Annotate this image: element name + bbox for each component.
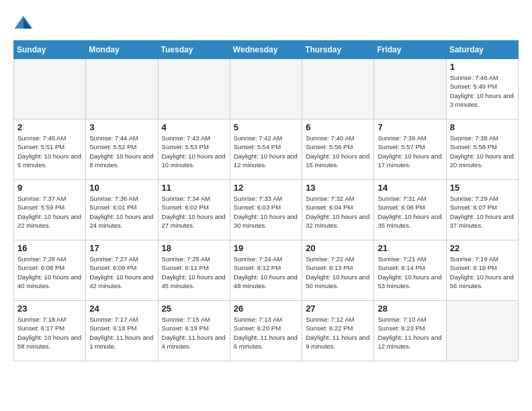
- calendar-cell: 5Sunrise: 7:42 AM Sunset: 5:54 PM Daylig…: [230, 120, 302, 180]
- calendar-cell: 28Sunrise: 7:10 AM Sunset: 6:23 PM Dayli…: [374, 301, 446, 361]
- day-info: Sunrise: 7:27 AM Sunset: 6:09 PM Dayligh…: [89, 255, 154, 290]
- day-number: 2: [17, 122, 82, 132]
- day-number: 17: [89, 243, 154, 253]
- calendar-cell: 13Sunrise: 7:32 AM Sunset: 6:04 PM Dayli…: [302, 180, 374, 240]
- calendar-table: SundayMondayTuesdayWednesdayThursdayFrid…: [13, 40, 519, 361]
- calendar-cell: 2Sunrise: 7:45 AM Sunset: 5:51 PM Daylig…: [14, 120, 86, 180]
- calendar-cell: [374, 59, 446, 120]
- calendar-cell: 25Sunrise: 7:15 AM Sunset: 6:19 PM Dayli…: [158, 301, 230, 361]
- day-info: Sunrise: 7:31 AM Sunset: 6:06 PM Dayligh…: [378, 194, 442, 230]
- day-info: Sunrise: 7:12 AM Sunset: 6:22 PM Dayligh…: [306, 315, 370, 351]
- day-info: Sunrise: 7:29 AM Sunset: 6:07 PM Dayligh…: [450, 194, 515, 230]
- day-number: 8: [450, 122, 515, 132]
- day-number: 20: [306, 243, 370, 253]
- day-number: 23: [17, 304, 82, 314]
- calendar-cell: [158, 59, 230, 120]
- day-info: Sunrise: 7:39 AM Sunset: 5:57 PM Dayligh…: [378, 134, 442, 169]
- calendar-cell: 23Sunrise: 7:18 AM Sunset: 6:17 PM Dayli…: [14, 301, 86, 361]
- day-info: Sunrise: 7:21 AM Sunset: 6:14 PM Dayligh…: [378, 255, 442, 290]
- calendar-cell: [14, 59, 86, 120]
- day-number: 3: [89, 122, 154, 132]
- calendar-cell: 3Sunrise: 7:44 AM Sunset: 5:52 PM Daylig…: [86, 120, 158, 180]
- day-info: Sunrise: 7:46 AM Sunset: 5:49 PM Dayligh…: [450, 73, 515, 109]
- calendar-cell: 21Sunrise: 7:21 AM Sunset: 6:14 PM Dayli…: [374, 240, 446, 301]
- day-info: Sunrise: 7:43 AM Sunset: 5:53 PM Dayligh…: [162, 134, 226, 169]
- header-row: SundayMondayTuesdayWednesdayThursdayFrid…: [14, 41, 519, 59]
- day-info: Sunrise: 7:17 AM Sunset: 6:18 PM Dayligh…: [89, 315, 154, 351]
- weekday-header: Thursday: [302, 41, 374, 59]
- day-info: Sunrise: 7:25 AM Sunset: 6:11 PM Dayligh…: [162, 255, 226, 290]
- calendar-week-row: 16Sunrise: 7:28 AM Sunset: 6:08 PM Dayli…: [14, 240, 519, 301]
- day-info: Sunrise: 7:19 AM Sunset: 6:16 PM Dayligh…: [450, 255, 515, 290]
- day-number: 1: [450, 62, 515, 72]
- calendar-cell: 10Sunrise: 7:36 AM Sunset: 6:01 PM Dayli…: [86, 180, 158, 240]
- day-info: Sunrise: 7:38 AM Sunset: 5:58 PM Dayligh…: [450, 134, 515, 169]
- calendar-cell: 9Sunrise: 7:37 AM Sunset: 5:59 PM Daylig…: [14, 180, 86, 240]
- day-number: 27: [306, 304, 370, 314]
- calendar-cell: 27Sunrise: 7:12 AM Sunset: 6:22 PM Dayli…: [302, 301, 374, 361]
- calendar-cell: [446, 301, 518, 361]
- calendar-week-row: 9Sunrise: 7:37 AM Sunset: 5:59 PM Daylig…: [14, 180, 519, 240]
- calendar-cell: 7Sunrise: 7:39 AM Sunset: 5:57 PM Daylig…: [374, 120, 446, 180]
- calendar-body: 1Sunrise: 7:46 AM Sunset: 5:49 PM Daylig…: [14, 59, 519, 361]
- day-number: 6: [306, 122, 370, 132]
- day-number: 5: [234, 122, 298, 132]
- day-info: Sunrise: 7:10 AM Sunset: 6:23 PM Dayligh…: [378, 315, 442, 351]
- day-info: Sunrise: 7:37 AM Sunset: 5:59 PM Dayligh…: [17, 194, 82, 230]
- calendar-cell: 22Sunrise: 7:19 AM Sunset: 6:16 PM Dayli…: [446, 240, 518, 301]
- day-number: 25: [162, 304, 226, 314]
- weekday-header: Monday: [86, 41, 158, 59]
- day-number: 22: [450, 243, 515, 253]
- day-info: Sunrise: 7:28 AM Sunset: 6:08 PM Dayligh…: [17, 255, 82, 290]
- day-info: Sunrise: 7:15 AM Sunset: 6:19 PM Dayligh…: [162, 315, 226, 351]
- calendar-cell: 14Sunrise: 7:31 AM Sunset: 6:06 PM Dayli…: [374, 180, 446, 240]
- day-number: 9: [17, 183, 82, 193]
- day-info: Sunrise: 7:36 AM Sunset: 6:01 PM Dayligh…: [89, 194, 154, 230]
- day-info: Sunrise: 7:42 AM Sunset: 5:54 PM Dayligh…: [234, 134, 298, 169]
- calendar-cell: 4Sunrise: 7:43 AM Sunset: 5:53 PM Daylig…: [158, 120, 230, 180]
- day-info: Sunrise: 7:22 AM Sunset: 6:13 PM Dayligh…: [306, 255, 370, 290]
- calendar-cell: 16Sunrise: 7:28 AM Sunset: 6:08 PM Dayli…: [14, 240, 86, 301]
- day-info: Sunrise: 7:40 AM Sunset: 5:56 PM Dayligh…: [306, 134, 370, 169]
- calendar-cell: 15Sunrise: 7:29 AM Sunset: 6:07 PM Dayli…: [446, 180, 518, 240]
- day-number: 19: [234, 243, 298, 253]
- day-number: 18: [162, 243, 226, 253]
- day-info: Sunrise: 7:45 AM Sunset: 5:51 PM Dayligh…: [17, 134, 82, 169]
- calendar-cell: 18Sunrise: 7:25 AM Sunset: 6:11 PM Dayli…: [158, 240, 230, 301]
- calendar-cell: [230, 59, 302, 120]
- day-info: Sunrise: 7:33 AM Sunset: 6:03 PM Dayligh…: [234, 194, 298, 230]
- day-info: Sunrise: 7:44 AM Sunset: 5:52 PM Dayligh…: [89, 134, 154, 169]
- day-number: 12: [234, 183, 298, 193]
- calendar-cell: 6Sunrise: 7:40 AM Sunset: 5:56 PM Daylig…: [302, 120, 374, 180]
- calendar-week-row: 1Sunrise: 7:46 AM Sunset: 5:49 PM Daylig…: [14, 59, 519, 120]
- day-info: Sunrise: 7:18 AM Sunset: 6:17 PM Dayligh…: [17, 315, 82, 351]
- weekday-header: Tuesday: [158, 41, 230, 59]
- day-number: 24: [89, 304, 154, 314]
- day-number: 26: [234, 304, 298, 314]
- calendar-cell: 8Sunrise: 7:38 AM Sunset: 5:58 PM Daylig…: [446, 120, 518, 180]
- day-number: 4: [162, 122, 226, 132]
- calendar-cell: 11Sunrise: 7:34 AM Sunset: 6:02 PM Dayli…: [158, 180, 230, 240]
- day-number: 15: [450, 183, 515, 193]
- weekday-header: Friday: [374, 41, 446, 59]
- logo-icon: [13, 13, 34, 34]
- calendar-cell: [86, 59, 158, 120]
- weekday-header: Saturday: [446, 41, 518, 59]
- svg-marker-1: [24, 19, 31, 29]
- calendar-cell: 1Sunrise: 7:46 AM Sunset: 5:49 PM Daylig…: [446, 59, 518, 120]
- day-number: 7: [378, 122, 442, 132]
- day-number: 11: [162, 183, 226, 193]
- calendar-cell: 20Sunrise: 7:22 AM Sunset: 6:13 PM Dayli…: [302, 240, 374, 301]
- day-number: 16: [17, 243, 82, 253]
- day-info: Sunrise: 7:13 AM Sunset: 6:20 PM Dayligh…: [234, 315, 298, 351]
- calendar-week-row: 23Sunrise: 7:18 AM Sunset: 6:17 PM Dayli…: [14, 301, 519, 361]
- day-number: 10: [89, 183, 154, 193]
- calendar-header: SundayMondayTuesdayWednesdayThursdayFrid…: [14, 41, 519, 59]
- day-number: 13: [306, 183, 370, 193]
- weekday-header: Wednesday: [230, 41, 302, 59]
- calendar-week-row: 2Sunrise: 7:45 AM Sunset: 5:51 PM Daylig…: [14, 120, 519, 180]
- day-number: 14: [378, 183, 442, 193]
- page-header: [13, 13, 519, 34]
- day-info: Sunrise: 7:34 AM Sunset: 6:02 PM Dayligh…: [162, 194, 226, 230]
- day-info: Sunrise: 7:32 AM Sunset: 6:04 PM Dayligh…: [306, 194, 370, 230]
